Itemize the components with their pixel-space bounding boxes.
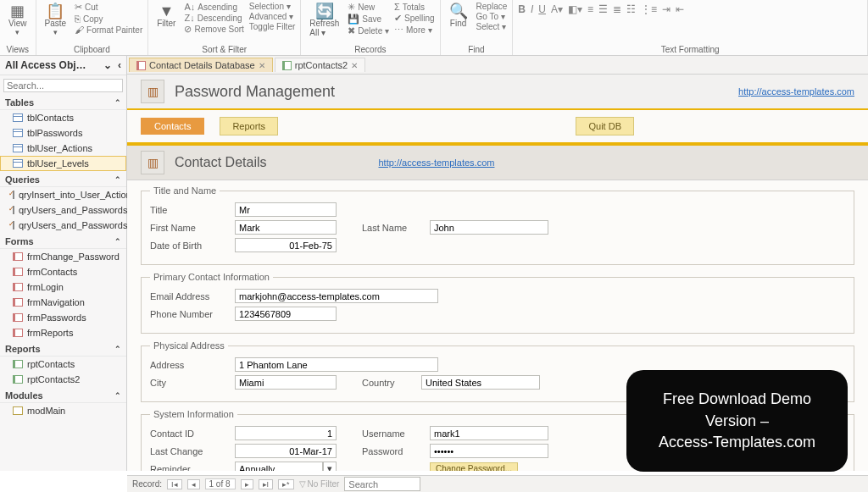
new-record-button[interactable]: ✳New [348,2,389,13]
replace-button[interactable]: Replace [476,2,508,11]
header-link[interactable]: http://access-templates.com [738,86,854,97]
nav-section-reports[interactable]: Reports⌃ [0,340,126,357]
next-record-button[interactable]: ▸ [241,479,253,489]
quit-db-button[interactable]: Quit DB [576,117,634,135]
numbering-button[interactable]: ⋮≡ [641,3,657,15]
last-change-field[interactable] [235,444,337,458]
prev-record-button[interactable]: ◂ [187,479,200,489]
nav-item-frmreports[interactable]: frmReports [0,325,126,340]
nav-item-qryusers1[interactable]: qryUsers_and_Passwords [0,202,126,218]
dob-field[interactable] [235,238,337,252]
phone-field[interactable] [235,307,337,321]
first-name-field[interactable] [235,220,337,235]
totals-button[interactable]: ΣTotals [394,2,435,12]
form-icon [13,268,23,276]
form-header: ▥ Password Management http://access-temp… [127,75,868,110]
nav-search[interactable] [3,79,123,92]
change-password-button[interactable]: Change Password... [430,462,518,471]
delete-button[interactable]: ✖Delete ▾ [348,25,389,36]
nav-item-frmcontacts[interactable]: frmContacts [0,264,126,279]
nav-section-modules[interactable]: Modules⌃ [0,387,126,403]
copy-button[interactable]: ⎘Copy [75,14,142,24]
nav-title[interactable]: All Access Obj…⌄ ‹ [0,56,126,75]
nav-item-modmain[interactable]: modMain [0,403,126,418]
country-field[interactable] [421,375,540,390]
form-icon [13,313,23,322]
align-right-button[interactable]: ≣ [613,3,621,15]
ascending-button[interactable]: A↓Ascending [184,2,243,12]
last-name-field[interactable] [430,220,548,235]
font-color-button[interactable]: A▾ [551,3,563,15]
advanced-button[interactable]: Advanced ▾ [249,12,295,21]
nav-section-forms[interactable]: Forms⌃ [0,233,126,249]
close-icon[interactable]: ✕ [351,61,358,70]
nav-item-qryusers2[interactable]: qryUsers_and_Passwords2 [0,218,126,233]
nav-item-rptcontacts2[interactable]: rptContacts2 [0,372,126,387]
bold-button[interactable]: B [518,3,526,15]
view-button[interactable]: ▦View▾ [5,2,31,38]
tab-contact-details-db[interactable]: Contact Details Database✕ [129,58,273,72]
subheader-link[interactable]: http://access-templates.com [379,158,495,168]
last-record-button[interactable]: ▸I [259,479,274,489]
nav-item-frmpasswords[interactable]: frmPasswords [0,310,126,325]
contacts-button[interactable]: Contacts [141,118,204,135]
align-left-button[interactable]: ≡ [587,3,593,15]
table-icon [13,129,23,137]
selection-button[interactable]: Selection ▾ [249,2,295,11]
close-icon[interactable]: ✕ [259,61,265,70]
nav-item-frmlogin[interactable]: frmLogin [0,279,126,295]
outdent-button[interactable]: ⇤ [676,3,684,15]
paste-button[interactable]: 📋Paste▾ [42,2,70,38]
fill-color-button[interactable]: ◧▾ [568,3,582,15]
city-field[interactable] [235,375,337,390]
find-button[interactable]: 🔍Find [446,2,471,31]
bullets-button[interactable]: ☷ [626,3,636,15]
nav-search-input[interactable] [3,79,123,92]
tab-rptcontacts2[interactable]: rptContacts2✕ [275,58,365,72]
chevron-down-icon[interactable]: ▾ [323,462,337,471]
filter-button[interactable]: ▼Filter [153,2,179,35]
nav-item-tbluser-actions[interactable]: tblUser_Actions [0,141,126,156]
spelling-button[interactable]: ✔Spelling [394,13,435,24]
descending-button[interactable]: Z↓Descending [184,13,243,23]
more-button[interactable]: ⋯More ▾ [394,25,435,36]
indent-button[interactable]: ⇥ [662,3,670,15]
record-search-input[interactable] [344,477,420,491]
nav-item-rptcontacts[interactable]: rptContacts [0,357,126,372]
nav-item-tblpasswords[interactable]: tblPasswords [0,125,126,141]
format-painter-button[interactable]: 🖌Format Painter [75,25,142,35]
nav-item-tbluser-levels[interactable]: tblUser_Levels [0,156,126,171]
underline-button[interactable]: U [538,3,546,15]
username-field[interactable] [430,426,548,440]
nav-item-frmchange[interactable]: frmChange_Password [0,249,126,264]
refresh-all-button[interactable]: 🔄Refresh All ▾ [306,2,342,39]
first-record-button[interactable]: I◂ [167,479,182,489]
title-field[interactable] [235,202,337,217]
nav-section-queries[interactable]: Queries⌃ [0,171,126,187]
no-filter-indicator[interactable]: ▽No Filter [299,479,340,489]
email-field[interactable] [235,289,438,303]
record-position[interactable]: 1 of 8 [205,478,236,489]
nav-item-qryinsert[interactable]: qryInsert_into_User_Actions [0,187,126,202]
contact-id-field[interactable] [235,426,337,440]
goto-button[interactable]: Go To ▾ [476,12,508,21]
italic-button[interactable]: I [531,3,533,15]
table-icon [13,144,23,152]
cut-button[interactable]: ✂Cut [75,2,142,13]
nav-item-tblcontacts[interactable]: tblContacts [0,110,126,125]
align-center-button[interactable]: ☰ [598,3,608,15]
save-button[interactable]: 💾Save [348,14,389,25]
module-icon [13,406,23,415]
nav-item-frmnavigation[interactable]: frmNavigation [0,295,126,310]
address-field[interactable] [235,357,438,372]
reports-button[interactable]: Reports [220,117,278,135]
password-field[interactable] [430,444,548,458]
select-button[interactable]: Select ▾ [476,22,508,31]
table-icon [13,159,23,168]
nav-section-tables[interactable]: Tables⌃ [0,94,126,110]
ribbon-group-find: 🔍Find Replace Go To ▾ Select ▾ Find [441,0,514,55]
toggle-filter-button[interactable]: Toggle Filter [249,22,295,31]
reminder-field[interactable] [235,462,323,471]
remove-sort-button[interactable]: ⊘Remove Sort [184,24,243,35]
new-record-nav-button[interactable]: ▸* [278,479,294,489]
